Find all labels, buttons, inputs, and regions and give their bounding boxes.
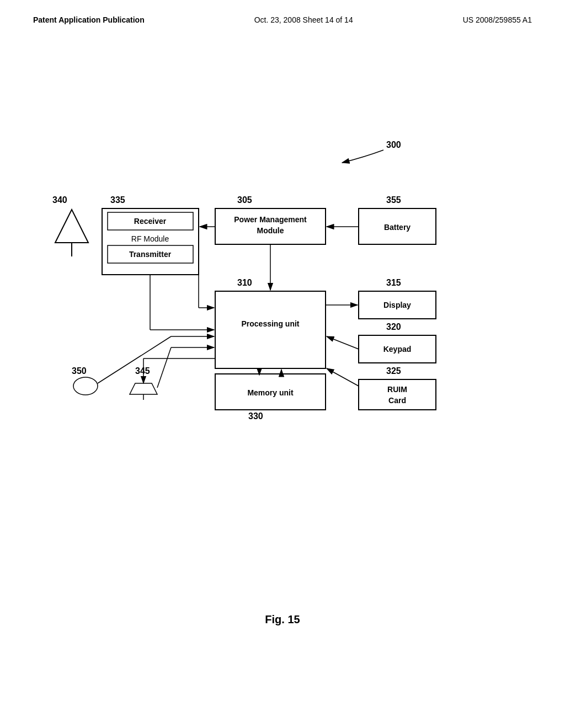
svg-text:355: 355 <box>386 195 401 205</box>
figure-caption: Fig. 15 <box>0 613 565 626</box>
svg-text:Module: Module <box>257 226 284 235</box>
svg-text:Transmitter: Transmitter <box>129 250 172 259</box>
svg-marker-49 <box>130 383 157 394</box>
svg-text:335: 335 <box>110 195 125 205</box>
svg-text:RF Module: RF Module <box>131 234 169 243</box>
svg-text:310: 310 <box>237 278 252 287</box>
header-right: US 2008/259855 A1 <box>463 15 532 24</box>
svg-text:Memory unit: Memory unit <box>247 388 294 397</box>
svg-marker-2 <box>55 210 88 243</box>
svg-text:305: 305 <box>237 195 252 205</box>
svg-text:Card: Card <box>388 396 406 405</box>
svg-text:330: 330 <box>248 411 263 421</box>
svg-text:340: 340 <box>52 195 67 205</box>
svg-text:315: 315 <box>386 278 401 287</box>
svg-text:Display: Display <box>383 301 411 309</box>
svg-text:320: 320 <box>386 322 401 331</box>
diagram-area: 300 340 335 Receiver RF Module Transmitt… <box>0 66 565 563</box>
svg-text:Receiver: Receiver <box>134 217 167 226</box>
svg-line-35 <box>327 368 359 386</box>
page-header: Patent Application Publication Oct. 23, … <box>0 0 565 24</box>
svg-text:RUIM: RUIM <box>387 385 407 394</box>
svg-line-34 <box>327 336 359 349</box>
svg-text:Power Management: Power Management <box>234 215 307 224</box>
svg-text:325: 325 <box>386 366 401 376</box>
svg-text:345: 345 <box>135 366 150 376</box>
header-left: Patent Application Publication <box>33 15 145 24</box>
svg-text:300: 300 <box>386 140 401 149</box>
svg-line-51 <box>98 336 171 383</box>
svg-text:Battery: Battery <box>384 223 411 232</box>
svg-rect-21 <box>215 291 326 368</box>
svg-text:Keypad: Keypad <box>383 345 412 354</box>
svg-point-48 <box>73 377 98 395</box>
svg-line-53 <box>157 347 171 388</box>
svg-text:Processing unit: Processing unit <box>241 319 299 328</box>
header-center: Oct. 23, 2008 Sheet 14 of 14 <box>254 15 353 24</box>
svg-text:350: 350 <box>72 366 87 376</box>
diagram-svg: 300 340 335 Receiver RF Module Transmitt… <box>0 66 565 563</box>
svg-rect-30 <box>359 379 436 410</box>
